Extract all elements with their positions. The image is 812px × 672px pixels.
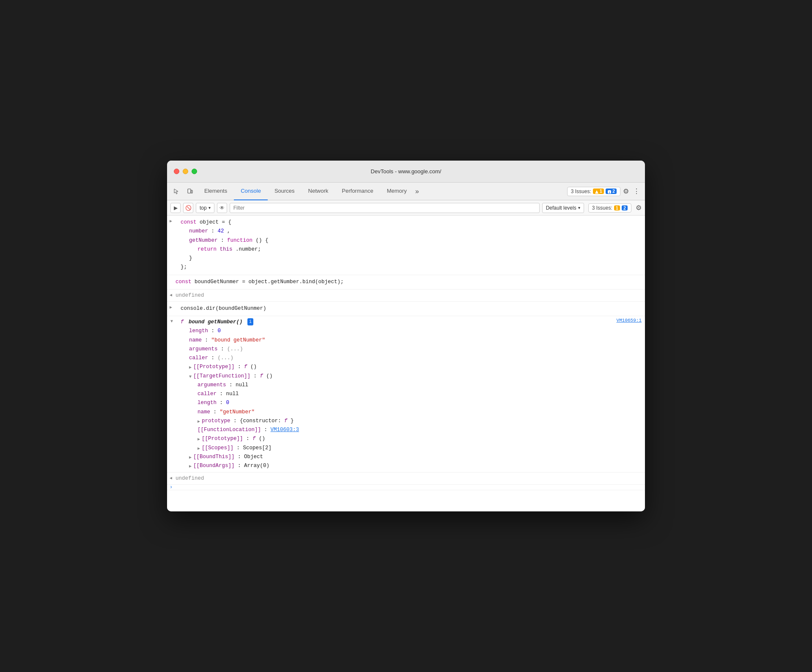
context-dropdown[interactable]: top ▾ (196, 203, 214, 213)
prototype2-toggle[interactable]: ▶ (198, 418, 200, 425)
eye-button[interactable]: 👁 (217, 203, 227, 213)
warn-badge-2: 1 (614, 205, 620, 210)
code-entry-3: ▶ console.dir(boundGetNunmer) (167, 302, 645, 316)
cursor-icon (173, 188, 180, 195)
clear-console-button[interactable]: 🚫 (183, 203, 193, 213)
result-entry-1: ◀ undefined (167, 290, 645, 302)
close-button[interactable] (174, 169, 179, 174)
tab-network[interactable]: Network (302, 183, 335, 200)
levels-label: Default levels (546, 205, 576, 211)
settings-button[interactable]: ⚙ (623, 187, 629, 195)
tab-memory[interactable]: Memory (380, 183, 414, 200)
console-prompt[interactable]: › (167, 485, 645, 490)
toolbar-right: 3 Issues: 1 i2 ⚙ ⋮ (567, 186, 642, 197)
obj-root: ▼ f bound getNumber() i length : 0 name … (176, 318, 642, 470)
minimize-button[interactable] (183, 169, 188, 174)
info-badge: i2 (606, 188, 617, 194)
maximize-button[interactable] (192, 169, 197, 174)
tab-elements[interactable]: Elements (198, 183, 234, 200)
inspect-element-button[interactable] (170, 186, 182, 197)
code-entry-2: const boundGetNunmer = object.getNumber.… (167, 275, 645, 290)
code-entry-1: ▶ const object = { number : 42 , getNumb… (167, 216, 645, 275)
chevron-down-icon-2: ▾ (578, 205, 580, 210)
execute-script-button[interactable]: ▶ (170, 203, 181, 213)
window-title: DevTools - www.google.com/ (371, 168, 442, 175)
nav-tabs: Elements Console Sources Network Perform… (198, 183, 565, 200)
info-icon: i (607, 190, 612, 194)
tab-console[interactable]: Console (234, 183, 268, 200)
svg-rect-1 (191, 190, 192, 193)
expand-toggle-3[interactable]: ▶ (170, 305, 172, 310)
info-icon-badge: i (247, 318, 253, 325)
issues-label: 3 Issues: (571, 188, 591, 194)
warn-badge: 1 (593, 188, 604, 194)
console-settings-button[interactable]: ⚙ (636, 204, 642, 212)
chevron-down-icon: ▾ (208, 205, 211, 210)
result-entry-2: ◀ undefined (167, 473, 645, 485)
tab-sources[interactable]: Sources (268, 183, 302, 200)
svg-marker-2 (595, 190, 598, 194)
prototype-toggle[interactable]: ▶ (189, 364, 192, 371)
titlebar: DevTools - www.google.com/ (167, 161, 645, 183)
traffic-lights (174, 169, 197, 174)
info-badge-2: 2 (622, 205, 628, 210)
console-toolbar: ▶ 🚫 top ▾ 👁 Default levels ▾ 3 Issues: 1… (167, 200, 645, 216)
context-label: top (200, 205, 207, 211)
boundthis-toggle[interactable]: ▶ (189, 454, 192, 461)
main-toolbar: Elements Console Sources Network Perform… (167, 183, 645, 200)
issues-badge[interactable]: 3 Issues: 1 i2 (567, 187, 620, 196)
proto2-toggle[interactable]: ▶ (198, 436, 200, 443)
issues-badge-2[interactable]: 3 Issues: 1 2 (588, 203, 631, 213)
function-location-link[interactable]: VM10603:3 (271, 427, 299, 433)
collapse-toggle-main[interactable]: ▼ (170, 319, 173, 324)
more-options-button[interactable]: ⋮ (631, 186, 642, 197)
device-toolbar-button[interactable] (184, 186, 196, 197)
issues-label-2: 3 Issues: (592, 205, 612, 211)
device-icon (187, 188, 193, 195)
console-output: ▶ const object = { number : 42 , getNumb… (167, 216, 645, 511)
result-arrow-2: ◀ (170, 475, 172, 482)
devtools-window: DevTools - www.google.com/ Elements Cons… (167, 161, 645, 511)
more-tabs-button[interactable]: » (414, 186, 421, 197)
scopes-toggle[interactable]: ▶ (198, 445, 200, 452)
expand-toggle-1[interactable]: ▶ (170, 219, 172, 224)
warning-icon (595, 190, 599, 194)
result-arrow-1: ◀ (170, 292, 172, 299)
svg-text:i: i (609, 190, 610, 194)
boundargs-toggle[interactable]: ▶ (189, 463, 192, 470)
prompt-symbol: › (170, 484, 173, 490)
object-inspection: VM10659:1 ▼ f bound getNumber() i length… (167, 316, 645, 473)
targetfunction-toggle[interactable]: ▼ (189, 373, 192, 380)
tab-performance[interactable]: Performance (335, 183, 380, 200)
svg-rect-0 (188, 189, 191, 193)
log-levels-dropdown[interactable]: Default levels ▾ (542, 203, 584, 213)
filter-input[interactable] (230, 203, 540, 213)
